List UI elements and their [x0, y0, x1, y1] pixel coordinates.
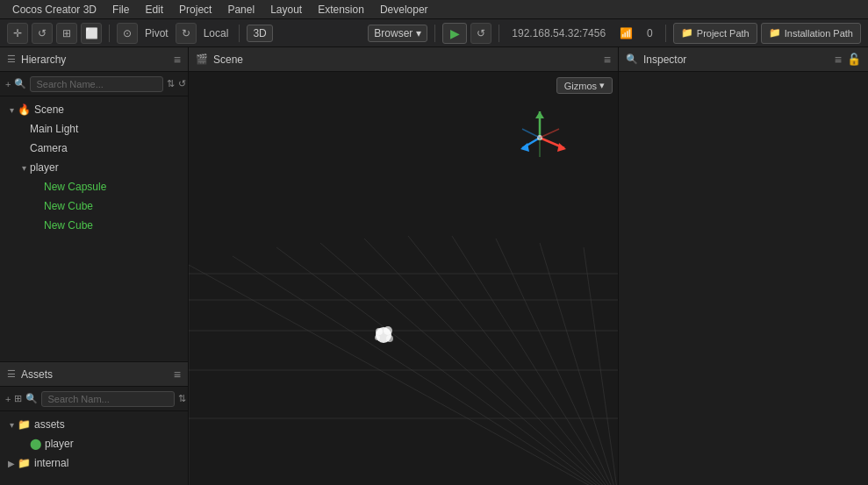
hierarchy-menu-button[interactable]: ≡: [174, 53, 181, 67]
installation-path-label: Installation Path: [785, 28, 853, 39]
tree-item-internal-folder[interactable]: ▶ 📁 internal: [0, 453, 188, 473]
tree-item-new-capsule[interactable]: New Capsule: [0, 177, 188, 196]
svg-line-0: [189, 265, 618, 485]
scene-header: 🎬 Scene ≡: [189, 47, 618, 72]
tree-label-player-asset: player: [45, 438, 74, 450]
tree-label-camera: Camera: [30, 142, 68, 154]
assets-collapse-icon[interactable]: ⇅: [178, 391, 186, 407]
menu-cocos[interactable]: Cocos Creator 3D: [5, 2, 104, 18]
move-tool-button[interactable]: ✛: [7, 23, 28, 44]
svg-line-9: [584, 247, 618, 485]
play-button[interactable]: ▶: [442, 23, 467, 44]
assets-add-button[interactable]: +: [5, 391, 11, 407]
inspector-icon: 🔍: [626, 53, 638, 65]
svg-point-29: [376, 328, 383, 335]
hierarchy-search-input[interactable]: [30, 76, 163, 92]
menu-layout[interactable]: Layout: [263, 2, 309, 18]
scene-menu-button[interactable]: ≡: [604, 53, 611, 67]
tree-label-player: player: [30, 161, 59, 174]
tree-item-player-asset[interactable]: ⬤ player: [0, 434, 188, 453]
menubar: Cocos Creator 3D File Edit Project Panel…: [0, 0, 868, 19]
tree-label-new-capsule: New Capsule: [44, 181, 106, 193]
tree-item-camera[interactable]: Camera: [0, 139, 188, 158]
inspector-menu-button[interactable]: ≡: [835, 53, 842, 67]
project-path-button[interactable]: 📁 Project Path: [673, 23, 757, 44]
gizmos-button[interactable]: Gizmos ▾: [556, 77, 613, 94]
tree-item-new-cube-2[interactable]: New Cube: [0, 216, 188, 235]
assets-search-icon[interactable]: 🔍: [25, 391, 38, 407]
menu-developer[interactable]: Developer: [373, 2, 435, 18]
wifi-icon: 📶: [614, 27, 638, 39]
hierarchy-panel: ☰ Hierarchy ≡ + 🔍 ⇅ ↺ ▾ 🔥 Scene: [0, 47, 188, 362]
assets-folder-icon: 📁: [18, 418, 31, 431]
rect-tool-button[interactable]: ⬜: [81, 23, 102, 44]
hierarchy-refresh-icon[interactable]: ↺: [178, 76, 186, 92]
scene-title: Scene: [213, 53, 599, 66]
tree-label-scene: Scene: [34, 103, 64, 116]
scene-object-dot: [375, 326, 393, 343]
tree-arrow-internal: ▶: [5, 459, 18, 468]
toolbar-sep-4: [499, 25, 499, 42]
wifi-signal: 0: [642, 27, 658, 39]
menu-edit[interactable]: Edit: [138, 2, 170, 18]
svg-point-30: [384, 326, 392, 335]
inspector-lock-button[interactable]: 🔓: [847, 53, 861, 66]
inspector-panel: 🔍 Inspector ≡ 🔓: [618, 47, 868, 485]
left-panel: ☰ Hierarchy ≡ + 🔍 ⇅ ↺ ▾ 🔥 Scene: [0, 47, 189, 485]
tree-item-player[interactable]: ▾ player: [0, 158, 188, 177]
hierarchy-add-button[interactable]: +: [5, 76, 11, 92]
internal-folder-icon: 📁: [18, 457, 31, 469]
gizmo-axes: [520, 111, 566, 157]
browser-dropdown[interactable]: Browser ▾: [368, 25, 427, 42]
folder-icon-project: 📁: [681, 27, 693, 39]
scene-canvas[interactable]: Gizmos ▾: [189, 72, 618, 485]
svg-marker-19: [535, 111, 544, 118]
main-layout: ☰ Hierarchy ≡ + 🔍 ⇅ ↺ ▾ 🔥 Scene: [0, 47, 868, 485]
scene-grid: [189, 72, 618, 485]
svg-line-5: [408, 236, 618, 485]
menu-file[interactable]: File: [105, 2, 136, 18]
toolbar: ✛ ↺ ⊞ ⬜ ⊙ Pivot ↻ Local 3D Browser ▾ ▶ ↺…: [0, 19, 868, 47]
local-icon[interactable]: ↻: [176, 23, 197, 44]
gizmos-chevron: ▾: [599, 80, 605, 91]
tree-item-new-cube-1[interactable]: New Cube: [0, 196, 188, 216]
menu-extension[interactable]: Extension: [311, 2, 371, 18]
scene-panel-icon: 🎬: [196, 53, 208, 65]
menu-project[interactable]: Project: [172, 2, 219, 18]
assets-icon: ☰: [7, 368, 16, 380]
hierarchy-search-icon[interactable]: 🔍: [14, 76, 26, 92]
toolbar-sep-5: [665, 25, 666, 42]
3d-toggle[interactable]: 3D: [247, 25, 272, 42]
svg-marker-21: [557, 143, 566, 152]
hierarchy-search-bar: + 🔍 ⇅ ↺: [0, 72, 188, 96]
installation-path-button[interactable]: 📁 Installation Path: [761, 23, 861, 44]
tree-arrow-assets: ▾: [5, 420, 18, 430]
player-asset-icon: ⬤: [30, 438, 41, 450]
tree-label-main-light: Main Light: [30, 123, 78, 135]
browser-chevron: ▾: [416, 27, 421, 39]
tree-item-assets-folder[interactable]: ▾ 📁 assets: [0, 415, 188, 434]
rotate-tool-button[interactable]: ↺: [32, 23, 53, 44]
tree-item-scene[interactable]: ▾ 🔥 Scene: [0, 100, 188, 119]
assets-search-input[interactable]: [41, 391, 175, 407]
tree-item-main-light[interactable]: Main Light: [0, 119, 188, 139]
hierarchy-header: ☰ Hierarchy ≡: [0, 47, 188, 72]
hierarchy-title: Hierarchy: [21, 53, 169, 66]
inspector-header: 🔍 Inspector ≡ 🔓: [619, 47, 868, 72]
pivot-icon[interactable]: ⊙: [117, 23, 138, 44]
svg-point-31: [375, 335, 380, 340]
scale-tool-button[interactable]: ⊞: [56, 23, 77, 44]
tree-label-internal: internal: [34, 457, 68, 469]
hierarchy-collapse-icon[interactable]: ⇅: [167, 76, 175, 92]
browser-label: Browser: [374, 27, 412, 39]
reload-button[interactable]: ↺: [470, 23, 491, 44]
assets-import-icon[interactable]: ⊞: [14, 391, 22, 407]
svg-line-8: [540, 243, 618, 485]
tree-arrow-scene: ▾: [5, 105, 18, 115]
svg-line-2: [276, 247, 618, 485]
toolbar-sep-2: [239, 25, 240, 42]
toolbar-sep-3: [434, 25, 435, 42]
local-label: Local: [200, 27, 233, 39]
menu-panel[interactable]: Panel: [220, 2, 262, 18]
assets-menu-button[interactable]: ≡: [174, 367, 181, 382]
